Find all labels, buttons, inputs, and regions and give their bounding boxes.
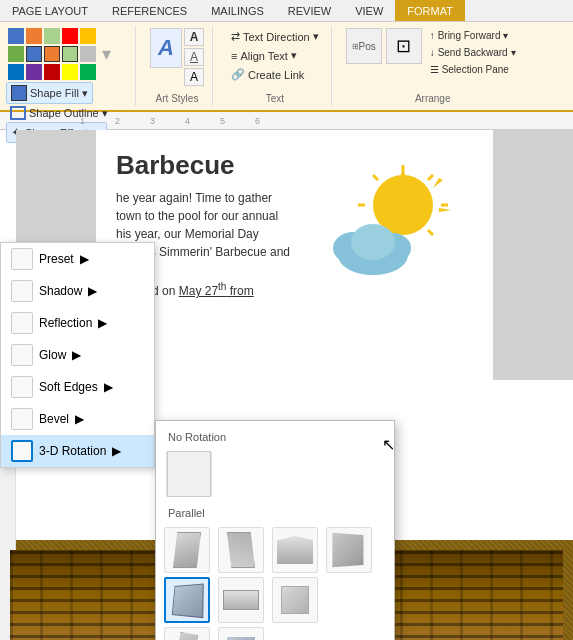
- soft-edges-check: [11, 376, 33, 398]
- ruler-mark: 6: [255, 116, 260, 126]
- rotation-off-axis-2-left[interactable]: [272, 577, 318, 623]
- rotation-isometric-left[interactable]: [164, 527, 210, 573]
- dropdown-item-reflection[interactable]: Reflection ▶: [1, 307, 154, 339]
- glow-check: [11, 344, 33, 366]
- dropdown-item-bevel[interactable]: Bevel ▶: [1, 403, 154, 435]
- dropdown-arrow: ▾: [82, 87, 88, 100]
- ribbon-tabs: PAGE LAYOUT REFERENCES MAILINGS REVIEW V…: [0, 0, 573, 22]
- ruler-mark: 5: [220, 116, 225, 126]
- 3d-shape-right: [227, 532, 255, 568]
- ribbon-toolbar: ▾ Shape Fill ▾ Shape Outline ▾ ✦ Shape E…: [0, 22, 573, 112]
- shape-fill-icon: [11, 85, 27, 101]
- parallel-grid: [164, 527, 386, 640]
- small-right-shape: [281, 586, 309, 614]
- send-backward-button[interactable]: ↓ Send Backward ▾: [426, 45, 520, 60]
- send-bwd-arrow: ▾: [511, 47, 516, 58]
- 3d-rotation-label: 3-D Rotation: [39, 444, 106, 458]
- bring-forward-icon: ↑: [430, 30, 435, 41]
- create-link-icon: 🔗: [231, 68, 245, 81]
- reflection-label: Reflection: [39, 316, 92, 330]
- rotation-row3-1[interactable]: [164, 627, 210, 640]
- dropdown-item-glow[interactable]: Glow ▶: [1, 339, 154, 371]
- align-arrow: ▾: [291, 49, 297, 62]
- soft-edges-arrow: ▶: [104, 380, 113, 394]
- text-direction-button[interactable]: ⇄ Text Direction ▾: [227, 28, 323, 45]
- text-group-label: Text: [227, 91, 323, 104]
- wordart-text-fill[interactable]: A: [184, 28, 204, 46]
- wordart-text-effects[interactable]: A: [184, 68, 204, 86]
- wordart-styles-label: Art Styles: [150, 91, 204, 104]
- bevel-arrow: ▶: [75, 412, 84, 426]
- svg-marker-8: [399, 168, 407, 180]
- soft-edges-label: Soft Edges: [39, 380, 98, 394]
- preset-check: [11, 248, 33, 270]
- rotation-isometric-right[interactable]: [218, 527, 264, 573]
- rotation-off-axis-1-right[interactable]: [164, 577, 210, 623]
- bring-forward-button[interactable]: ↑ Bring Forward ▾: [426, 28, 520, 43]
- shadow-check: [11, 280, 33, 302]
- 3d-rotation-check: [11, 440, 33, 462]
- empty-cell: [326, 577, 372, 623]
- rotation-isometric-top[interactable]: [272, 527, 318, 573]
- create-link-button[interactable]: 🔗 Create Link: [227, 66, 323, 83]
- arrange-group: ⊞ Pos ⊡ ↑ Bring Forward ▾ ↓ Send Backwar…: [338, 26, 528, 106]
- ruler-mark: 2: [115, 116, 120, 126]
- svg-point-14: [351, 224, 395, 260]
- svg-line-5: [373, 175, 378, 180]
- rotation-row3-2[interactable]: [218, 627, 264, 640]
- no-rotation-shape: [167, 451, 211, 497]
- wrap-text-button[interactable]: ⊡: [386, 28, 422, 64]
- wordart-a-large[interactable]: A: [150, 28, 182, 68]
- no-rotation-label: No Rotation: [164, 429, 386, 445]
- shadow-arrow: ▶: [88, 284, 97, 298]
- reflection-arrow: ▶: [98, 316, 107, 330]
- bevel-label: Bevel: [39, 412, 69, 426]
- perspective-shape: [332, 533, 363, 567]
- 3d-rotation-arrow: ▶: [112, 444, 121, 458]
- illustration: [303, 160, 463, 290]
- align-text-button[interactable]: ≡ Align Text ▾: [227, 47, 323, 64]
- rotation-submenu: No Rotation Parallel: [155, 420, 395, 640]
- text-dir-arrow: ▾: [313, 30, 319, 43]
- svg-line-2: [428, 175, 433, 180]
- svg-marker-10: [439, 208, 451, 212]
- 3d-shape-top: [277, 536, 313, 564]
- position-button[interactable]: ⊞ Pos: [346, 28, 382, 64]
- doc-page[interactable]: Barbecue he year again! Time to gather t…: [96, 130, 493, 380]
- parallel-label: Parallel: [164, 505, 386, 521]
- tab-page-layout[interactable]: PAGE LAYOUT: [0, 0, 100, 21]
- dropdown-arrow2: ▾: [102, 107, 108, 120]
- reflection-check: [11, 312, 33, 334]
- text-group: ⇄ Text Direction ▾ ≡ Align Text ▾ 🔗 Crea…: [219, 26, 332, 106]
- shadow-label: Shadow: [39, 284, 82, 298]
- rotation-off-axis-1-top[interactable]: [218, 577, 264, 623]
- dropdown-item-preset[interactable]: Preset ▶: [1, 243, 154, 275]
- flat-horiz-shape: [223, 590, 259, 610]
- selection-pane-button[interactable]: ☰ Selection Pane: [426, 62, 520, 77]
- shape-outline-button[interactable]: Shape Outline ▾: [6, 104, 112, 122]
- dropdown-item-soft-edges[interactable]: Soft Edges ▶: [1, 371, 154, 403]
- tab-mailings[interactable]: MAILINGS: [199, 0, 276, 21]
- no-rotation-item[interactable]: [166, 451, 212, 497]
- tab-references[interactable]: REFERENCES: [100, 0, 199, 21]
- dropdown-item-shadow[interactable]: Shadow ▶: [1, 275, 154, 307]
- shape-effects-dropdown: Preset ▶ Shadow ▶ Reflection ▶ Glow ▶ So…: [0, 242, 155, 468]
- selection-pane-icon: ☰: [430, 64, 439, 75]
- tall-left-shape: [176, 632, 198, 640]
- dropdown-item-3d-rotation[interactable]: 3-D Rotation ▶: [1, 435, 154, 467]
- glow-arrow: ▶: [72, 348, 81, 362]
- shape-styles-group: ▾ Shape Fill ▾ Shape Outline ▾ ✦ Shape E…: [6, 26, 136, 106]
- highlighted-shape: [172, 583, 204, 618]
- rotation-off-axis-1-left[interactable]: [326, 527, 372, 573]
- 3d-shape-left: [173, 532, 201, 568]
- svg-line-4: [428, 230, 433, 235]
- ruler-mark: 3: [150, 116, 155, 126]
- tab-review[interactable]: REVIEW: [276, 0, 343, 21]
- wordart-styles-group: A A A A Art Styles: [142, 26, 213, 106]
- wordart-text-outline[interactable]: A: [184, 48, 204, 66]
- tab-view[interactable]: VIEW: [343, 0, 395, 21]
- tab-format[interactable]: FORMAT: [395, 0, 465, 21]
- shape-outline-icon: [10, 106, 26, 120]
- glow-label: Glow: [39, 348, 66, 362]
- shape-fill-button[interactable]: Shape Fill ▾: [6, 82, 93, 104]
